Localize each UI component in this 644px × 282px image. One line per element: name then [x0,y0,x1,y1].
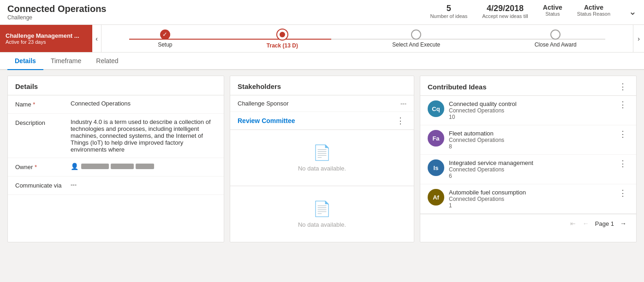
idea-avatar-1: Cq [428,100,444,117]
field-owner-value: 👤 [71,163,216,170]
challenge-active-days: Active for 23 days [6,39,87,45]
idea-subtitle-3: Connected Operations [449,166,612,173]
tab-related[interactable]: Related [89,53,125,70]
step-select-circle [411,29,421,40]
contributed-ideas-panel: Contributed Ideas ⋮ Cq Connected quality… [420,76,637,242]
ideas-label: Number of ideas [430,13,467,19]
step-track-label: Track (13 D) [267,42,298,49]
no-data-2: 📄 No data available. [230,186,414,242]
ideas-panel-title: Contributed Ideas [428,83,487,91]
field-name-required: * [33,101,35,108]
header-expand-icon[interactable]: ⌄ [629,6,637,17]
field-name-value: Connected Operations [71,100,216,107]
review-committee-row: Review Committee ⋮ [230,112,414,130]
idea-count-2: 8 [449,143,612,150]
review-committee-label[interactable]: Review Committee [238,117,295,124]
check-icon: ✓ [162,31,167,38]
field-name: Name * Connected Operations [8,95,224,114]
sponsor-value: --- [400,100,406,107]
process-bar-prev-button[interactable]: ‹ [92,25,101,52]
field-communicate-label: Communicate via [15,181,71,189]
idea-more-2[interactable]: ⋮ [617,130,629,138]
idea-title-4[interactable]: Automobile fuel consumption [449,189,612,196]
next-page-icon: → [620,220,626,227]
tab-timeframe[interactable]: Timeframe [43,53,89,70]
details-panel-title: Details [8,76,224,95]
process-steps: ✓ Setup Track (13 D) Select And Execute … [101,25,633,52]
step-setup-label: Setup [158,41,172,48]
no-data-committee: 📄 No data available. [230,130,414,186]
ideas-panel-header: Contributed Ideas ⋮ [420,76,636,96]
step-close[interactable]: Close And Award [535,29,577,48]
field-owner-required: * [35,164,37,170]
stat-date: 4/29/2018 Accept new ideas till [482,4,528,19]
header-left: Connected Operations Challenge [7,4,106,21]
app-title: Connected Operations [7,4,106,14]
main-content: Details Name * Connected Operations Desc… [0,70,644,248]
chevron-left-icon: ‹ [95,35,98,42]
process-bar-next-button[interactable]: › [633,25,644,52]
tab-details[interactable]: Details [7,53,43,70]
step-close-label: Close And Award [535,41,577,48]
idea-info-4: Automobile fuel consumption Connected Op… [449,189,612,209]
next-page-button[interactable]: → [618,218,629,229]
redacted-2 [111,164,134,169]
header-right: 5 Number of ideas 4/29/2018 Accept new i… [430,4,637,19]
field-owner-label: Owner * [15,163,71,170]
sponsor-label: Challenge Sponsor [238,100,289,107]
stat-status-reason: Active Status Reason [577,4,610,17]
step-select[interactable]: Select And Execute [392,29,440,48]
idea-row-4: Af Automobile fuel consumption Connected… [420,184,636,214]
status-label: Status [543,11,562,17]
idea-title-1[interactable]: Connected quality control [449,100,612,107]
idea-info-3: Integrated service management Connected … [449,159,612,179]
first-page-button[interactable]: ⇤ [567,218,578,229]
person-icon: 👤 [71,163,78,170]
date-label: Accept new ideas till [482,13,528,19]
status-value: Active [543,4,562,11]
idea-row-1: Cq Connected quality control Connected O… [420,96,636,125]
stat-ideas: 5 Number of ideas [430,4,467,19]
first-page-icon: ⇤ [570,220,576,227]
idea-title-2[interactable]: Fleet automation [449,130,612,137]
ideas-value: 5 [430,4,467,13]
no-data-icon-2: 📄 [313,200,331,217]
field-owner: Owner * 👤 [8,158,224,176]
redacted-1 [81,164,109,169]
prev-page-icon: ← [583,220,589,227]
step-track[interactable]: Track (13 D) [267,29,298,49]
idea-title-3[interactable]: Integrated service management [449,159,612,166]
idea-avatar-3: Is [428,159,444,176]
step-track-circle [276,29,288,41]
ideas-panel-more-icon[interactable]: ⋮ [617,82,629,91]
app-subtitle: Challenge [7,14,106,21]
chevron-right-icon: › [638,35,640,42]
field-description: Description Industry 4.0 is a term used … [8,114,224,158]
idea-row-2: Fa Fleet automation Connected Operations… [420,125,636,155]
top-header: Connected Operations Challenge 5 Number … [0,0,644,25]
status-reason-label: Status Reason [577,11,610,17]
idea-count-4: 1 [449,202,612,209]
process-bar: Challenge Management ... Active for 23 d… [0,25,644,53]
idea-avatar-4: Af [428,189,444,206]
idea-more-4[interactable]: ⋮ [617,189,629,197]
stakeholders-panel: Stakeholders Challenge Sponsor --- Revie… [230,76,414,242]
page-label: Page 1 [593,220,616,227]
challenge-info[interactable]: Challenge Management ... Active for 23 d… [0,25,92,52]
field-description-label: Description [15,118,71,126]
idea-count-1: 10 [449,114,612,120]
idea-row-3: Is Integrated service management Connect… [420,155,636,184]
step-select-label: Select And Execute [392,41,440,48]
no-data-text-2: No data available. [298,221,346,228]
idea-info-1: Connected quality control Connected Oper… [449,100,612,120]
step-setup[interactable]: ✓ Setup [158,29,172,48]
idea-more-3[interactable]: ⋮ [617,159,629,168]
sponsor-row: Challenge Sponsor --- [230,95,414,112]
idea-more-1[interactable]: ⋮ [617,100,629,109]
review-committee-more-icon[interactable]: ⋮ [394,117,406,125]
idea-subtitle-2: Connected Operations [449,137,612,143]
no-data-icon-1: 📄 [313,144,331,161]
owner-redacted-blocks [81,164,154,169]
no-data-text-1: No data available. [298,165,346,172]
prev-page-button[interactable]: ← [580,218,591,229]
